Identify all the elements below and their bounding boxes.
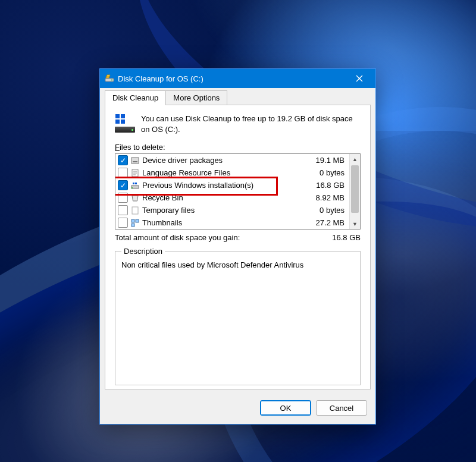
svg-rect-11 [136,219,139,222]
svg-point-1 [111,80,112,81]
tab-disk-cleanup[interactable]: Disk Cleanup [105,90,166,105]
intro-block: You can use Disk Cleanup to free up to 1… [115,114,361,134]
scroll-thumb[interactable] [351,165,359,213]
scroll-down-icon[interactable]: ▼ [350,219,360,229]
file-name: Thumbnails [142,218,314,227]
description-legend: Description [121,247,165,256]
files-listbox[interactable]: ✓Device driver packages19.1 MBLanguage R… [115,153,361,230]
dialog-buttons: OK Cancel [100,394,375,424]
file-type-icon [130,156,140,165]
file-size: 16.8 GB [316,181,347,190]
disk-cleanup-dialog: Disk Cleanup for OS (C:) Disk Cleanup Mo… [99,68,376,425]
file-size: 0 bytes [320,168,347,177]
scroll-track[interactable] [350,164,360,219]
file-size: 27.2 MB [316,218,347,227]
checkbox[interactable] [118,193,128,203]
scrollbar[interactable]: ▲ ▼ [349,154,360,229]
file-name: Temporary files [142,206,317,215]
tab-more-options[interactable]: More Options [165,90,227,105]
ok-button[interactable]: OK [260,400,311,416]
disk-cleanup-icon [105,74,114,83]
file-type-icon [130,218,140,228]
checkbox[interactable]: ✓ [118,155,128,165]
svg-rect-12 [131,224,134,227]
window-title: Disk Cleanup for OS (C:) [118,74,346,83]
svg-rect-6 [133,183,134,184]
total-row: Total amount of disk space you gain: 16.… [115,233,361,242]
checkbox[interactable] [118,205,128,215]
file-name: Device driver packages [142,156,314,165]
total-value: 16.8 GB [332,233,361,242]
checkbox[interactable]: ✓ [118,180,128,190]
svg-rect-9 [132,207,138,214]
list-item[interactable]: Language Resource Files0 bytes [115,166,349,179]
file-name: Language Resource Files [142,168,317,177]
cancel-button[interactable]: Cancel [316,400,367,416]
file-size: 8.92 MB [316,193,347,202]
file-type-icon [130,193,140,203]
checkbox[interactable] [118,168,128,178]
svg-rect-3 [133,161,137,162]
file-type-icon [130,168,140,178]
titlebar[interactable]: Disk Cleanup for OS (C:) [100,69,375,88]
list-item[interactable]: ✓Device driver packages19.1 MB [115,154,349,166]
description-text: Non critical files used by Microsoft Def… [121,260,354,269]
list-item[interactable]: Temporary files0 bytes [115,204,349,216]
tabstrip: Disk Cleanup More Options [100,88,375,105]
list-item[interactable]: ✓Previous Windows installation(s)16.8 GB [115,179,349,191]
intro-text: You can use Disk Cleanup to free up to 1… [141,114,361,134]
list-item[interactable]: Thumbnails27.2 MB [115,216,349,229]
svg-rect-2 [131,158,139,164]
drive-icon [115,114,135,133]
checkbox[interactable] [118,218,128,228]
svg-rect-10 [131,219,134,222]
svg-rect-7 [135,183,137,184]
file-size: 19.1 MB [316,156,347,165]
file-name: Previous Windows installation(s) [142,181,314,190]
list-item[interactable]: Recycle Bin8.92 MB [115,191,349,204]
file-size: 0 bytes [320,206,347,215]
description-group: Description Non critical files used by M… [115,247,361,385]
svg-point-8 [131,187,133,188]
file-name: Recycle Bin [142,193,314,202]
scroll-up-icon[interactable]: ▲ [350,154,360,164]
files-to-delete-label: Files to delete: [115,143,361,152]
tab-page-cleanup: You can use Disk Cleanup to free up to 1… [105,105,371,389]
close-button[interactable] [346,69,373,88]
total-label: Total amount of disk space you gain: [115,233,332,242]
file-type-icon [130,206,140,215]
file-type-icon [130,181,140,190]
